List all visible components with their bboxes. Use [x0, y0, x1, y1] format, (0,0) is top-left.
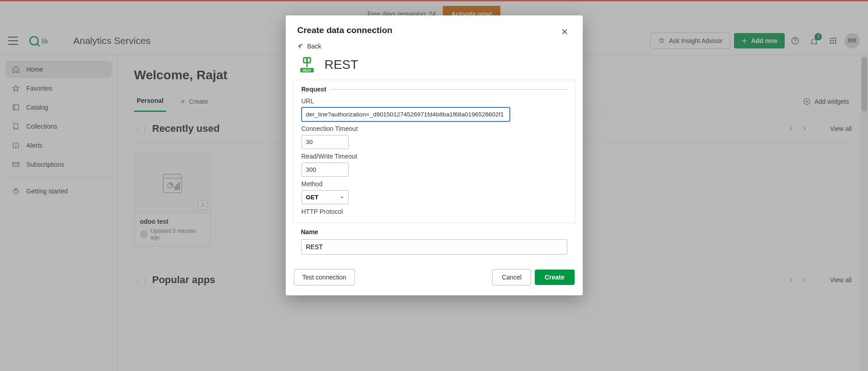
name-label: Name	[301, 228, 567, 236]
create-button[interactable]: Create	[535, 270, 575, 285]
create-connection-modal: Create data connection Back REST REST Re…	[286, 15, 583, 295]
back-arrow-icon	[297, 43, 305, 50]
back-label: Back	[307, 43, 321, 50]
modal-title: Create data connection	[297, 25, 558, 35]
chevron-down-icon	[340, 195, 344, 200]
connection-form: Request URL Connection Timeout Read/Writ…	[293, 80, 575, 223]
svg-rect-26	[304, 58, 306, 62]
connector-name: REST	[325, 58, 359, 72]
method-value: GET	[306, 194, 319, 201]
back-button[interactable]: Back	[297, 43, 321, 50]
svg-text:REST: REST	[302, 69, 311, 72]
http-protocol-label: HTTP Protocol	[302, 208, 567, 215]
rest-connector-icon: REST	[297, 55, 317, 74]
svg-rect-25	[303, 57, 311, 63]
rw-timeout-input[interactable]	[302, 163, 349, 177]
connection-timeout-input[interactable]	[302, 135, 349, 149]
test-connection-button[interactable]: Test connection	[294, 269, 355, 285]
url-label: URL	[302, 97, 567, 105]
method-label: Method	[302, 180, 567, 188]
cancel-button[interactable]: Cancel	[492, 269, 531, 285]
connection-timeout-label: Connection Timeout	[302, 125, 567, 132]
url-input[interactable]	[302, 107, 510, 121]
svg-rect-27	[308, 58, 310, 62]
close-icon[interactable]	[558, 25, 571, 38]
method-select[interactable]: GET	[302, 190, 349, 204]
rw-timeout-label: Read/Write Timeout	[302, 153, 567, 160]
name-input[interactable]	[301, 239, 567, 255]
modal-overlay: Create data connection Back REST REST Re…	[0, 0, 868, 371]
request-legend: Request	[302, 86, 326, 93]
